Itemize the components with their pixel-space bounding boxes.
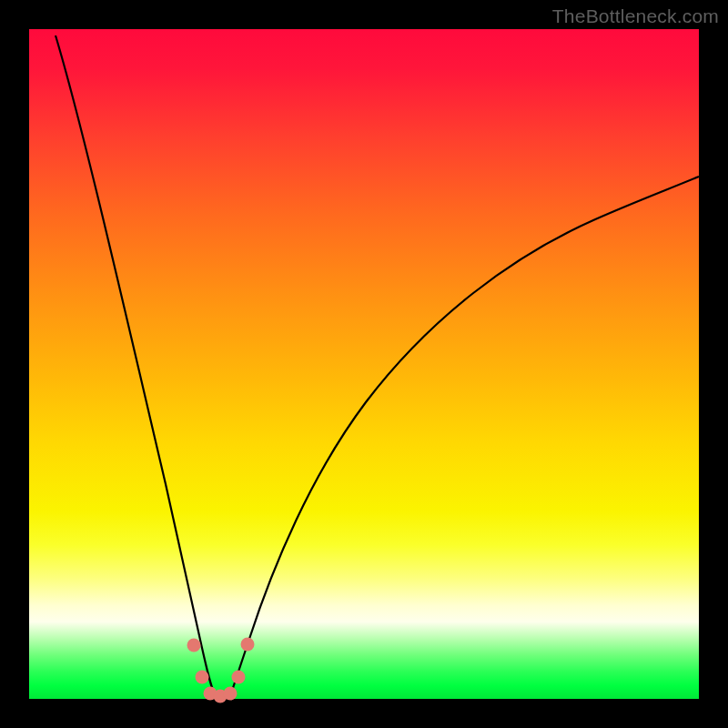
bottleneck-curve [29,29,699,699]
curve-left-branch [56,35,216,696]
watermark-text: TheBottleneck.com [552,5,719,27]
data-marker [241,638,255,652]
data-marker [196,671,209,684]
curve-right-branch [230,177,699,696]
data-marker [232,671,246,684]
data-marker [224,687,238,701]
data-marker [187,639,201,652]
plot-area [29,29,699,699]
chart-frame: TheBottleneck.com [0,0,728,728]
